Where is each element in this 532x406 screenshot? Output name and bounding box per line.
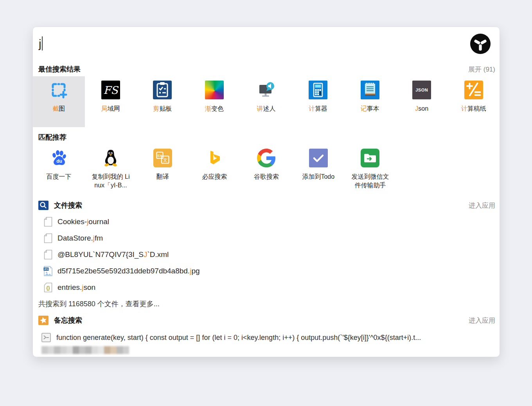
todo-check-icon	[309, 149, 328, 167]
tile-calc-paper[interactable]: 计算稿纸	[448, 76, 500, 127]
tile-translate[interactable]: En 文 翻译	[137, 144, 189, 200]
file-result-row[interactable]: Cookies-journal	[33, 214, 500, 230]
tux-penguin-icon	[101, 149, 120, 167]
file-results: Cookies-journal DataStore.jfm @BL8YUL`N7…	[33, 214, 500, 296]
tile-label: 渐变色	[195, 104, 234, 113]
tile-label: 谷歌搜索	[247, 172, 286, 181]
tile-label: 局域网	[92, 104, 130, 113]
match-row: du 百度一下 复制到我的 Linux「yI-B...	[33, 144, 500, 200]
jpg-file-icon: JPG	[43, 266, 53, 277]
tile-label: 百度一下	[40, 172, 78, 181]
tile-gradient-color[interactable]: 渐变色	[189, 76, 241, 127]
tile-notepad[interactable]: 记事本	[344, 76, 396, 127]
document-icon	[43, 249, 53, 260]
best-results-row: 截图 FS 局域网 剪贴板 渐变色	[33, 76, 500, 127]
utools-logo-icon[interactable]	[470, 33, 491, 54]
tile-label: 截图	[40, 104, 78, 113]
file-search-app-icon	[38, 201, 49, 210]
tile-add-to-todo[interactable]: 添加到Todo	[292, 144, 344, 200]
svg-text:文: 文	[163, 158, 167, 162]
best-results-header: 最佳搜索结果 展开 (91)	[33, 64, 500, 74]
files-enter-app-button[interactable]: 进入应用	[469, 201, 495, 210]
section-title-memo: 备忘搜索	[54, 316, 82, 325]
tile-label: Json	[403, 104, 441, 113]
file-name: entries.json	[58, 283, 95, 292]
memo-star-icon	[38, 316, 49, 325]
tile-baidu-search[interactable]: du 百度一下	[33, 144, 85, 200]
tile-label: 计算稿纸	[455, 104, 493, 113]
tile-label: 计算器	[299, 104, 337, 113]
memo-code-text: function generate(key, start) { const ou…	[56, 334, 494, 342]
file-name: d5f715e2be55e592d31ddeb97db4a8bd.jpg	[58, 267, 200, 275]
section-title-best: 最佳搜索结果	[38, 65, 81, 74]
terminal-icon	[41, 333, 51, 342]
tile-copy-to-linux[interactable]: 复制到我的 Linux「yI-B...	[85, 144, 137, 200]
file-name: Cookies-journal	[58, 217, 109, 226]
search-value: j	[39, 37, 41, 50]
bing-icon	[205, 149, 224, 167]
google-icon	[257, 149, 276, 167]
json-app-icon: JSON	[412, 81, 431, 99]
file-result-row[interactable]: {} entries.json	[33, 279, 500, 296]
document-icon	[43, 233, 53, 244]
memo-search-header: 备忘搜索 进入应用	[33, 315, 500, 325]
tile-label: 添加到Todo	[299, 172, 338, 181]
tile-clipboard[interactable]: 剪贴板	[137, 76, 189, 127]
tile-json[interactable]: JSON Json	[396, 76, 448, 127]
memo-enter-app-button[interactable]: 进入应用	[469, 316, 495, 325]
file-name: @BL8YUL`N77QIV7{3I_SJ`D.xml	[58, 250, 169, 259]
tile-wechat-file-transfer[interactable]: 发送到微信文件传输助手	[344, 144, 396, 200]
svg-text:du: du	[57, 158, 63, 164]
tile-google-search[interactable]: 谷歌搜索	[241, 144, 293, 200]
tile-label: 翻译	[144, 172, 182, 181]
file-result-row[interactable]: DataStore.jfm	[33, 230, 500, 246]
tile-lan[interactable]: FS 局域网	[85, 76, 137, 127]
tile-label: 必应搜索	[195, 172, 234, 181]
file-name: DataStore.jfm	[58, 234, 103, 243]
tile-label: 剪贴板	[143, 104, 182, 113]
narrator-icon	[257, 81, 276, 99]
redacted-text	[41, 346, 129, 354]
svg-text:{}: {}	[46, 285, 50, 291]
expand-button[interactable]: 展开 (91)	[468, 65, 495, 74]
color-wheel-icon	[205, 81, 224, 99]
text-caret	[42, 36, 43, 50]
calculator-icon	[309, 81, 327, 99]
tile-label: 讲述人	[247, 104, 286, 113]
section-title-match: 匹配推荐	[38, 133, 66, 142]
tile-label: 发送到微信文件传输助手	[351, 172, 389, 189]
memo-result-row[interactable]: function generate(key, start) { const ou…	[33, 332, 500, 343]
tile-bing-search[interactable]: 必应搜索	[189, 144, 241, 200]
search-input[interactable]: j	[39, 36, 500, 50]
clipboard-icon	[153, 81, 172, 99]
json-file-icon: {}	[43, 282, 53, 293]
translate-icon: En 文	[153, 149, 172, 167]
notepad-icon	[361, 81, 379, 99]
tile-calculator[interactable]: 计算器	[292, 76, 344, 127]
launcher-window: j 最佳搜索结果 展开 (91)	[32, 27, 500, 357]
svg-text:JPG: JPG	[44, 268, 48, 270]
fs-lan-icon: FS	[101, 81, 120, 99]
tile-screenshot[interactable]: 截图	[33, 76, 85, 127]
wechat-file-icon	[361, 149, 379, 167]
file-search-summary[interactable]: 共搜索到 1168580 个文件，查看更多...	[33, 299, 500, 309]
document-icon	[43, 216, 53, 227]
tile-label: 复制到我的 Linux「yI-B...	[92, 172, 130, 189]
screenshot-icon	[49, 81, 68, 99]
baidu-icon: du	[49, 149, 68, 167]
file-search-header: 文件搜索 进入应用	[33, 200, 500, 210]
search-bar: j	[33, 27, 500, 64]
file-result-row[interactable]: JPG d5f715e2be55e592d31ddeb97db4a8bd.jpg	[33, 263, 500, 279]
section-title-files: 文件搜索	[54, 201, 82, 210]
match-header: 匹配推荐	[33, 132, 500, 142]
calc-paper-icon	[464, 81, 483, 99]
tile-narrator[interactable]: 讲述人	[240, 76, 292, 127]
tile-label: 记事本	[351, 104, 389, 113]
file-result-row[interactable]: @BL8YUL`N77QIV7{3I_SJ`D.xml	[33, 246, 500, 263]
